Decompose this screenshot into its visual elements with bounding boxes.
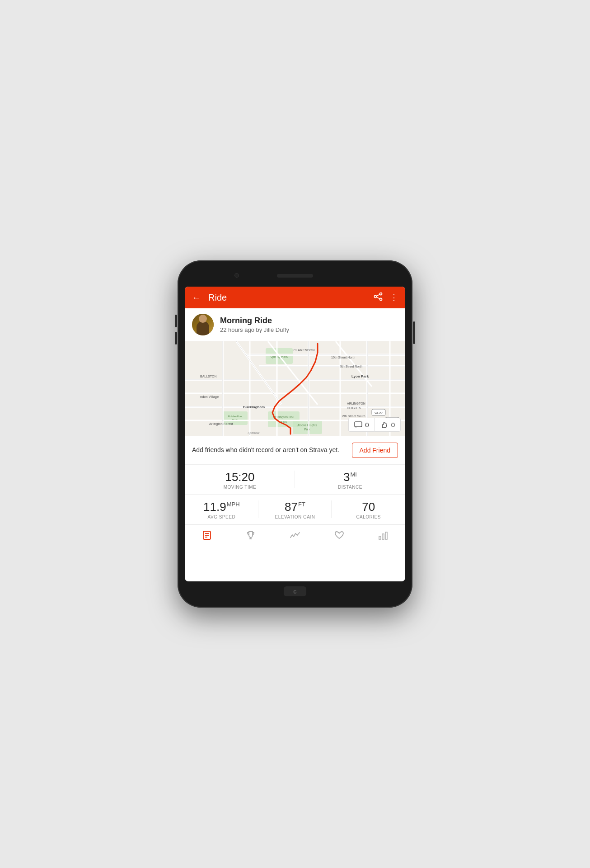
volume-down-button[interactable] — [175, 332, 177, 344]
svg-rect-66 — [382, 534, 384, 539]
svg-text:ndon Village: ndon Village — [200, 395, 219, 399]
calories-value: 70 — [362, 501, 375, 513]
kudos-count: 0 — [391, 421, 395, 429]
svg-text:10th Street North: 10th Street North — [331, 356, 355, 359]
nav-item-activity[interactable] — [185, 525, 229, 548]
map-container[interactable]: Quincy Park RubberRun Park Harlington Ha… — [185, 341, 405, 436]
nav-item-chart[interactable] — [361, 525, 405, 548]
kudos-button[interactable]: 0 — [375, 418, 401, 432]
header-actions: ⋮ — [374, 292, 398, 303]
camera — [234, 273, 239, 278]
power-button[interactable] — [413, 321, 415, 344]
svg-text:6th Street South: 6th Street South — [342, 415, 365, 418]
svg-text:Buckingham: Buckingham — [243, 405, 265, 409]
svg-text:Alcova Heights: Alcova Heights — [297, 424, 317, 427]
calories-label: CALORIES — [356, 514, 381, 519]
svg-text:Sparrow: Sparrow — [248, 431, 260, 435]
comment-count: 0 — [365, 421, 369, 429]
svg-rect-67 — [385, 532, 387, 539]
stats-section: 15:20 MOVING TIME 3MI DISTANCE 11.9MPH A… — [185, 465, 405, 524]
share-icon[interactable] — [374, 292, 383, 303]
nav-item-trophy[interactable] — [229, 525, 273, 548]
page-title: Ride — [208, 292, 374, 303]
chart-icon — [378, 531, 388, 542]
svg-line-3 — [376, 294, 380, 296]
moving-time-label: MOVING TIME — [224, 485, 257, 490]
svg-rect-14 — [293, 420, 322, 434]
back-button[interactable]: ← — [192, 292, 201, 303]
speaker — [277, 274, 313, 278]
svg-text:RubberRun: RubberRun — [228, 415, 242, 418]
map-background: Quincy Park RubberRun Park Harlington Ha… — [185, 341, 405, 436]
nav-item-analysis[interactable] — [273, 525, 317, 548]
home-button[interactable] — [284, 586, 306, 596]
activity-info: Morning Ride 22 hours ago by Jille Duffy — [185, 308, 405, 341]
heart-icon — [334, 531, 344, 542]
svg-point-1 — [380, 298, 382, 300]
phone-device: ← Ride ⋮ — [178, 260, 412, 608]
activity-subtitle: 22 hours ago by Jille Duffy — [220, 326, 398, 333]
activity-icon — [202, 530, 212, 542]
add-friend-button[interactable]: Add Friend — [352, 443, 398, 458]
phone-screen: ← Ride ⋮ — [185, 287, 405, 581]
comment-button[interactable]: 0 — [348, 418, 374, 432]
analysis-icon — [290, 531, 300, 542]
svg-text:HEIGHTS: HEIGHTS — [347, 406, 361, 410]
activity-title: Morning Ride — [220, 316, 398, 326]
stat-distance: 3MI DISTANCE — [295, 465, 405, 494]
add-friend-text: Add friends who didn't record or aren't … — [192, 446, 347, 455]
svg-text:Arlington Forest: Arlington Forest — [209, 422, 234, 426]
stats-row-2: 11.9MPH AVG SPEED 87FT ELEVATION GAIN 70… — [185, 495, 405, 524]
svg-text:ARLINGTON: ARLINGTON — [347, 402, 365, 405]
bottom-nav — [185, 524, 405, 548]
trophy-icon — [246, 530, 256, 542]
nav-item-heart[interactable] — [317, 525, 361, 548]
svg-rect-58 — [355, 422, 362, 427]
phone-top-bar — [185, 269, 405, 285]
stat-avg-speed: 11.9MPH AVG SPEED — [185, 495, 258, 524]
svg-point-2 — [375, 295, 377, 297]
svg-text:Lyon Park: Lyon Park — [351, 374, 369, 378]
add-friend-section: Add friends who didn't record or aren't … — [185, 436, 405, 465]
stats-row-1: 15:20 MOVING TIME 3MI DISTANCE — [185, 465, 405, 495]
moving-time-value: 15:20 — [225, 471, 254, 483]
svg-text:Park: Park — [304, 428, 310, 431]
svg-text:9th Street North: 9th Street North — [340, 365, 363, 368]
avatar — [192, 314, 214, 335]
elevation-gain-value: 87FT — [285, 501, 305, 513]
elevation-gain-label: ELEVATION GAIN — [275, 514, 315, 519]
svg-text:BALLSTON: BALLSTON — [200, 375, 216, 378]
volume-up-button[interactable] — [175, 315, 177, 327]
distance-label: DISTANCE — [338, 485, 362, 490]
svg-line-4 — [376, 297, 380, 299]
phone-bottom-bar — [185, 583, 405, 599]
more-options-icon[interactable]: ⋮ — [390, 292, 398, 302]
svg-text:CLARENDON: CLARENDON — [293, 348, 314, 352]
social-buttons: 0 0 — [348, 418, 401, 432]
app-header: ← Ride ⋮ — [185, 287, 405, 308]
svg-rect-65 — [379, 536, 381, 539]
avg-speed-label: AVG SPEED — [208, 514, 236, 519]
avg-speed-value: 11.9MPH — [203, 501, 240, 513]
svg-text:VA 27: VA 27 — [375, 411, 383, 415]
svg-point-0 — [380, 292, 382, 295]
stat-elevation-gain: 87FT ELEVATION GAIN — [258, 495, 332, 524]
stat-calories: 70 CALORIES — [332, 495, 405, 524]
activity-details: Morning Ride 22 hours ago by Jille Duffy — [220, 316, 398, 333]
stat-moving-time: 15:20 MOVING TIME — [185, 465, 295, 494]
distance-value: 3MI — [343, 471, 357, 483]
